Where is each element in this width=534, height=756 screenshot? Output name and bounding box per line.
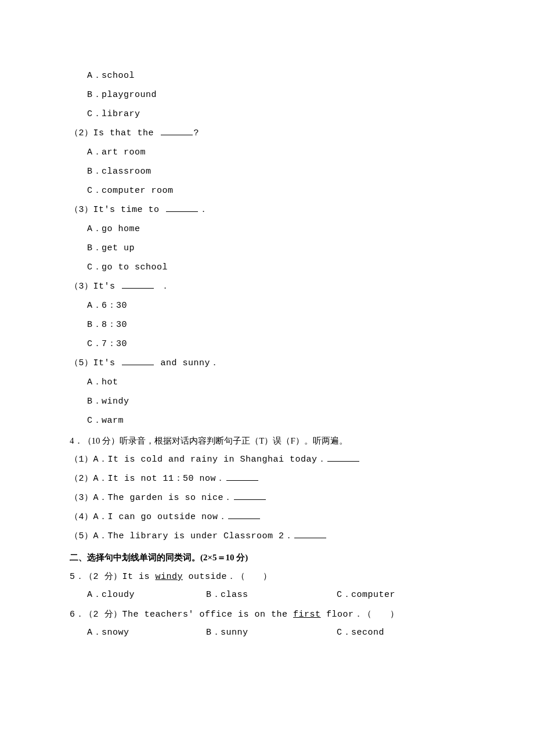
q5-option-a: A．cloudy — [87, 588, 206, 602]
q3-1-option-b: B．playground — [87, 88, 464, 102]
blank — [166, 204, 198, 213]
blank — [228, 511, 260, 520]
q4-item-3: （3）A．The garden is so nice． — [70, 491, 464, 505]
q3-4-prompt-post: ． — [155, 282, 169, 291]
q5-option-c: C．computer — [337, 588, 395, 602]
q3-4-prompt: （3）It's ． — [70, 280, 464, 294]
q3-4-option-c: C．7：30 — [87, 337, 464, 351]
q4-item-1-text: （1）A．It is cold and rainy in Shanghai to… — [70, 455, 326, 465]
blank — [327, 453, 359, 462]
page-container: A．school B．playground C．library （2）Is th… — [0, 0, 534, 756]
q3-2-prompt-pre: （2）Is that the — [70, 128, 160, 138]
q6-option-b: B．sunny — [206, 626, 337, 640]
q4-item-4-text: （4）A．I can go outside now． — [70, 512, 227, 522]
blank — [294, 530, 326, 539]
q5-header-b: outside．（ ） — [183, 572, 272, 582]
q6-options-row: A．snowy B．sunny C．second — [87, 626, 464, 640]
q3-4-option-a: A．6：30 — [87, 299, 464, 313]
q6-header-a: 6．（2 分）The teachers' office is on the — [70, 610, 293, 620]
q3-4-option-b: B．8：30 — [87, 318, 464, 332]
q3-3-prompt: （3）It's time to ． — [70, 203, 464, 217]
q4-item-2-text: （2）A．It is not 11：50 now． — [70, 474, 225, 484]
q3-1-option-c: C．library — [87, 107, 464, 121]
q4-header: 4．（10 分）听录音，根据对话内容判断句子正（T）误（F）。听两遍。 — [70, 434, 464, 448]
q3-3-option-b: B．get up — [87, 242, 464, 255]
q5-header-a: 5．（2 分）It is — [70, 572, 156, 582]
q4-item-3-text: （3）A．The garden is so nice． — [70, 493, 233, 503]
q3-5-prompt: （5）It's and sunny． — [70, 357, 464, 370]
q3-2-prompt-post: ? — [194, 128, 200, 138]
q3-1-option-a: A．school — [87, 69, 464, 83]
q5-option-b: B．class — [206, 588, 337, 602]
blank — [161, 127, 193, 136]
q3-5-option-a: A．hot — [87, 376, 464, 390]
q6-header-b: floor．（ ） — [321, 610, 399, 620]
blank — [234, 492, 266, 501]
q4-item-2: （2）A．It is not 11：50 now． — [70, 472, 464, 486]
q3-5-prompt-pre: （5）It's — [70, 358, 121, 368]
q6-option-c: C．second — [337, 626, 384, 640]
q3-5-option-b: B．windy — [87, 395, 464, 409]
q4-item-5-text: （5）A．The library is under Classroom 2． — [70, 531, 293, 541]
q4-item-4: （4）A．I can go outside now． — [70, 510, 464, 524]
blank — [122, 357, 154, 366]
q4-item-1: （1）A．It is cold and rainy in Shanghai to… — [70, 453, 464, 467]
blank — [122, 280, 154, 289]
q3-3-option-a: A．go home — [87, 222, 464, 236]
q3-4-prompt-pre: （3）It's — [70, 282, 121, 291]
q5-options-row: A．cloudy B．class C．computer — [87, 588, 464, 602]
q4-item-5: （5）A．The library is under Classroom 2． — [70, 530, 464, 543]
q6-option-a: A．snowy — [87, 626, 206, 640]
q3-3-prompt-post: ． — [199, 205, 208, 215]
q3-2-option-c: C．computer room — [87, 184, 464, 198]
q3-3-prompt-pre: （3）It's time to — [70, 205, 165, 215]
section-2-heading: 二、选择句中划线单词的同类词。(2×5＝10 分) — [70, 550, 464, 564]
q3-2-option-b: B．classroom — [87, 165, 464, 179]
q3-5-option-c: C．warm — [87, 414, 464, 428]
q3-3-option-c: C．go to school — [87, 261, 464, 275]
q5-underlined: windy — [156, 572, 183, 582]
q3-2-option-a: A．art room — [87, 146, 464, 160]
q3-5-prompt-post: and sunny． — [155, 358, 219, 368]
blank — [226, 473, 258, 481]
q5-header: 5．（2 分）It is windy outside．（ ） — [70, 570, 464, 584]
q6-underlined: first — [293, 610, 321, 620]
q3-2-prompt: （2）Is that the ? — [70, 127, 464, 141]
q6-header: 6．（2 分）The teachers' office is on the fi… — [70, 608, 464, 622]
